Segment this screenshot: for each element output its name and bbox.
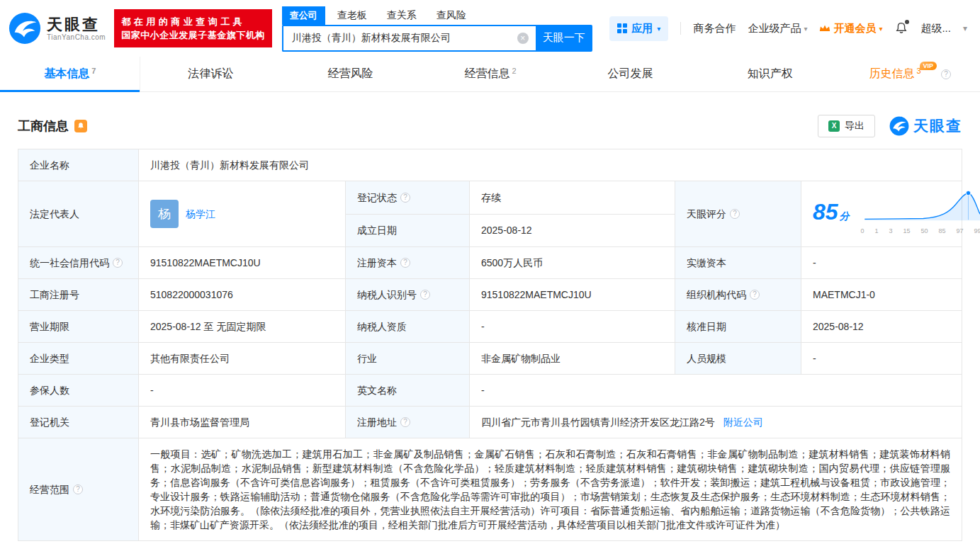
search-row: × 天眼一下 xyxy=(282,25,592,52)
field-label-score: 天眼评分? xyxy=(675,181,801,247)
field-label-company-name: 企业名称 xyxy=(18,149,139,181)
tab-label: 法律诉讼 xyxy=(188,67,233,81)
field-label-taxpayer-quality: 纳税人资质 xyxy=(346,311,470,343)
tab-operational-risk[interactable]: 经营风险 xyxy=(281,57,420,91)
field-label-reg-status: 登记状态? xyxy=(346,181,470,215)
field-value-staff: - xyxy=(801,343,962,375)
promo-line1: 都在用的商业查询工具 xyxy=(121,15,265,28)
search-tab-relation[interactable]: 查关系 xyxy=(379,6,424,25)
help-icon[interactable]: ? xyxy=(941,69,951,79)
promo-line2: 国家中小企业发展子基金旗下机构 xyxy=(121,28,265,42)
search-tab-company[interactable]: 查公司 xyxy=(282,6,325,25)
search-input[interactable] xyxy=(282,25,536,52)
tab-business-info[interactable]: 经营信息2 xyxy=(420,57,560,91)
grid-icon xyxy=(617,23,627,33)
nearby-companies-link[interactable]: 附近公司 xyxy=(723,416,763,428)
field-value-reg-no: 510822000031076 xyxy=(139,279,346,311)
field-value-org-code: MAETMCJ1-0 xyxy=(801,279,962,311)
notifications-button[interactable] xyxy=(894,21,908,35)
search-input-wrap: × xyxy=(282,25,536,52)
table-row: 企业名称 川港投（青川）新材料发展有限公司 xyxy=(18,149,962,181)
export-button[interactable]: X 导出 xyxy=(818,115,875,137)
field-label-paid-capital: 实缴资本 xyxy=(675,247,801,279)
field-label-company-type: 企业类型 xyxy=(18,343,139,375)
help-icon[interactable]: ? xyxy=(730,209,740,219)
excel-icon: X xyxy=(828,120,840,132)
tianyancha-logo-icon xyxy=(889,116,909,136)
score-curve xyxy=(861,190,980,222)
field-label-staff: 人员规模 xyxy=(675,343,801,375)
legal-rep-avatar[interactable]: 杨 xyxy=(150,200,179,228)
top-right-nav: 应用 ▾ 商务合作 企业级产品 ▾ 开通会员 ▾ 超级... ▾ xyxy=(609,16,971,41)
export-label: 导出 xyxy=(845,120,864,132)
company-nav-tabs: 基本信息7 法律诉讼 经营风险 经营信息2 公司发展 知识产权 历史信息3 VI… xyxy=(0,57,980,92)
field-label-en-name: 英文名称 xyxy=(346,375,470,407)
divider xyxy=(680,22,681,35)
search-tabs: 查公司 查老板 查关系 查风险 xyxy=(282,6,592,25)
field-label-scope: 经营范围? xyxy=(18,438,139,541)
field-value-industry: 非金属矿物制品业 xyxy=(470,343,675,375)
table-row: 参保人数 - 英文名称 - xyxy=(18,375,962,407)
tab-company-development[interactable]: 公司发展 xyxy=(561,57,700,91)
help-icon[interactable]: ? xyxy=(73,484,83,494)
field-value-approve-date: 2025-08-12 xyxy=(801,311,962,343)
help-icon[interactable]: ? xyxy=(400,417,410,427)
open-vip-label: 开通会员 xyxy=(833,22,876,35)
field-value-address: 四川省广元市青川县竹园镇青川经济开发区龙江路2号 附近公司 xyxy=(470,407,962,438)
super-vip-link[interactable]: 超级... xyxy=(920,22,951,35)
table-row: 经营范围? 一般项目：选矿；矿物洗选加工；建筑用石加工；非金属矿及制品销售；金属… xyxy=(18,438,962,541)
help-icon[interactable]: ? xyxy=(420,290,430,300)
tab-legal-proceedings[interactable]: 法律诉讼 xyxy=(140,57,280,91)
search-block: 查公司 查老板 查关系 查风险 × 天眼一下 xyxy=(282,6,592,52)
apps-menu[interactable]: 应用 ▾ xyxy=(609,16,668,41)
tianyancha-logo-icon xyxy=(9,12,41,45)
tab-badge: 7 xyxy=(91,67,96,75)
enterprise-label: 企业级产品 xyxy=(748,22,801,35)
business-cooperation-link[interactable]: 商务合作 xyxy=(693,22,736,35)
tianyancha-logo[interactable]: 天眼查 TianYanCha.com xyxy=(9,12,106,45)
tab-label: 历史信息 xyxy=(869,67,914,81)
section-title: 工商信息 xyxy=(18,118,69,135)
top-header: 天眼查 TianYanCha.com 都在用的商业查询工具 国家中小企业发展子基… xyxy=(0,0,980,57)
tab-basic-info[interactable]: 基本信息7 xyxy=(0,57,140,91)
open-vip-menu[interactable]: 开通会员 ▾ xyxy=(819,22,882,35)
field-value-credit-code: 91510822MAETMCJ10U xyxy=(139,247,346,279)
account-dropdown[interactable]: ▾ xyxy=(963,23,967,33)
brand-watermark: 天眼查 xyxy=(889,116,962,136)
help-icon[interactable]: ? xyxy=(750,290,760,300)
field-value-authority: 青川县市场监督管理局 xyxy=(139,407,346,438)
table-row: 营业期限 2025-08-12 至 无固定期限 纳税人资质 - 核准日期 202… xyxy=(18,311,962,343)
field-label-est-date: 成立日期 xyxy=(346,214,470,247)
score-axis: 0131550859799100 xyxy=(861,224,980,238)
tab-intellectual-property[interactable]: 知识产权 xyxy=(700,57,840,91)
apps-label: 应用 xyxy=(631,22,653,35)
field-label-term: 营业期限 xyxy=(18,311,139,343)
help-icon[interactable]: ? xyxy=(400,193,410,203)
enterprise-products-menu[interactable]: 企业级产品 ▾ xyxy=(748,22,807,35)
help-icon[interactable]: ? xyxy=(113,258,123,268)
field-label-reg-no: 工商注册号 xyxy=(18,279,139,311)
field-value-est-date: 2025-08-12 xyxy=(470,214,675,247)
search-tab-risk[interactable]: 查风险 xyxy=(429,6,474,25)
tab-label: 公司发展 xyxy=(607,67,653,81)
chevron-down-icon: ▾ xyxy=(657,25,660,33)
legal-rep-name-link[interactable]: 杨学江 xyxy=(186,207,215,221)
field-label-taxpayer-no: 纳税人识别号? xyxy=(346,279,470,311)
field-value-paid-capital: - xyxy=(801,247,962,279)
search-tab-boss[interactable]: 查老板 xyxy=(330,6,375,25)
clear-icon[interactable]: × xyxy=(517,33,529,44)
address-text: 四川省广元市青川县竹园镇青川经济开发区龙江路2号 xyxy=(481,416,715,428)
cooperation-label: 商务合作 xyxy=(693,22,736,35)
super-vip-label: 超级... xyxy=(920,22,951,35)
field-value-reg-capital: 6500万人民币 xyxy=(470,247,675,279)
search-button[interactable]: 天眼一下 xyxy=(536,25,592,52)
field-label-authority: 登记机关 xyxy=(18,407,139,438)
subscribe-bell-icon[interactable] xyxy=(74,120,87,132)
tab-history-info[interactable]: 历史信息3 VIP ? xyxy=(840,57,980,91)
vip-badge: VIP xyxy=(920,62,937,70)
tab-badge: 2 xyxy=(512,67,516,75)
logo-text: 天眼查 TianYanCha.com xyxy=(47,16,106,41)
table-row: 登记机关 青川县市场监督管理局 注册地址? 四川省广元市青川县竹园镇青川经济开发… xyxy=(18,407,962,438)
field-label-credit-code: 统一社会信用代码? xyxy=(18,247,139,279)
help-icon[interactable]: ? xyxy=(400,258,410,268)
